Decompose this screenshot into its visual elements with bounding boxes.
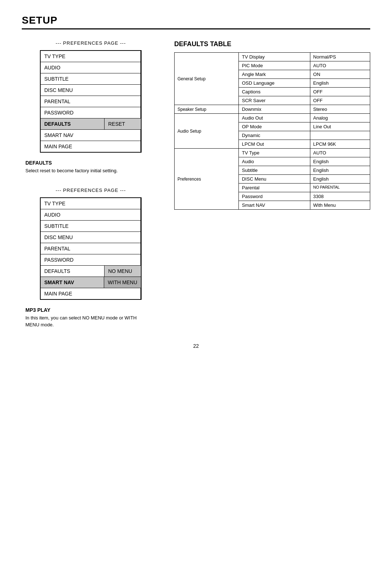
menu-item-audio-1[interactable]: AUDIO (41, 62, 141, 73)
value-cell: English (310, 157, 370, 166)
feature-cell: Captions (239, 88, 310, 96)
value-cell: Stereo (310, 105, 370, 114)
menu-item-mainpage-2[interactable]: MAIN PAGE (41, 288, 141, 299)
menu-row-password-2: PASSWORD (41, 254, 141, 266)
menu-item-password-2[interactable]: PASSWORD (41, 254, 141, 265)
menu-item-defaults-2[interactable]: DEFAULTS (41, 266, 105, 277)
value-cell: With Menu (310, 201, 370, 210)
menu-row-parental-2: PARENTAL (41, 243, 141, 254)
menu-row-tvtype-1: TV TYPE (41, 51, 141, 62)
menu-item-tvtype-2[interactable]: TV TYPE (41, 198, 141, 209)
menu-row-discmenu-2: DISC MENU (41, 232, 141, 243)
menu-row-smartnav-1: SMART NAV (41, 130, 141, 141)
menu-item-discmenu-2[interactable]: DISC MENU (41, 232, 141, 243)
defaults-table-title: DEFAULTS TABLE (174, 40, 370, 48)
feature-cell: LPCM Out (239, 140, 310, 149)
menu-row-defaults-1: DEFAULTS RESET (41, 118, 141, 130)
value-cell: ON (310, 70, 370, 79)
value-cell: OFF (310, 96, 370, 105)
menu-row-subtitle-1: SUBTITLE (41, 73, 141, 85)
menu-item-audio-2[interactable]: AUDIO (41, 209, 141, 220)
section1-desc-title: DEFAULTS (25, 160, 138, 166)
menu-row-mainpage-2: MAIN PAGE (41, 288, 141, 299)
feature-cell: Smart NAV (239, 201, 310, 210)
value-cell: Line Out (310, 122, 370, 131)
menu-row-mainpage-1: MAIN PAGE (41, 141, 141, 152)
menu-row-subtitle-2: SUBTITLE (41, 221, 141, 232)
section1-desc-text: Select reset to become factory initial s… (25, 167, 138, 174)
menu-item-mainpage-1[interactable]: MAIN PAGE (41, 141, 141, 152)
right-column: DEFAULTS TABLE General Setup TV Display … (174, 40, 370, 210)
menu-row-password-1: PASSWORD (41, 107, 141, 118)
value-cell: OFF (310, 88, 370, 96)
menu-item-subtitle-1[interactable]: SUBTITLE (41, 73, 141, 84)
menu-item-discmenu-1[interactable]: DISC MENU (41, 85, 141, 96)
section2-desc-title: MP3 PLAY (25, 307, 138, 313)
section1: --- PREFERENCES PAGE --- TV TYPE AUDIO S… (22, 40, 160, 174)
menu-side-nomenu-2[interactable]: NO MENU (105, 266, 141, 277)
menu-item-smartnav-1[interactable]: SMART NAV (41, 130, 141, 141)
value-cell: Normal/PS (310, 53, 370, 61)
value-cell: English (310, 79, 370, 88)
menu-row-parental-1: PARENTAL (41, 96, 141, 107)
value-cell: NO PARENTAL (310, 184, 370, 192)
value-cell: AUTO (310, 149, 370, 157)
section2: --- PREFERENCES PAGE --- TV TYPE AUDIO S… (22, 188, 160, 329)
menu-side-reset-1[interactable]: RESET (105, 118, 141, 129)
menu-item-parental-1[interactable]: PARENTAL (41, 96, 141, 107)
feature-cell: Dynamic (239, 131, 310, 140)
value-cell: English (310, 175, 370, 184)
feature-cell: OP Mode (239, 122, 310, 131)
feature-cell: Audio (239, 157, 310, 166)
page-title: SETUP (22, 15, 370, 29)
feature-cell: DISC Menu (239, 175, 310, 184)
section2-desc-text: In this item, you can select NO MENU mod… (25, 314, 138, 329)
menu-row-discmenu-1: DISC MENU (41, 85, 141, 96)
section2-label: --- PREFERENCES PAGE --- (22, 188, 160, 193)
menu-row-tvtype-2: TV TYPE (41, 198, 141, 209)
feature-cell: TV Type (239, 149, 310, 157)
menu-item-password-1[interactable]: PASSWORD (41, 107, 141, 118)
menu-item-smartnav-2[interactable]: SMART NAV (41, 277, 104, 288)
feature-cell: TV Display (239, 53, 310, 61)
menu-row-smartnav-2: SMART NAV WITH MENU (41, 277, 141, 288)
group-cell-audio: Audio Setup (175, 114, 239, 149)
value-cell: AUTO (310, 61, 370, 70)
menu-side-withmenu-2[interactable]: WITH MENU (104, 277, 141, 288)
section1-description: DEFAULTS Select reset to become factory … (22, 160, 138, 174)
feature-cell: Subtitle (239, 166, 310, 175)
table-row: General Setup TV Display Normal/PS (175, 53, 370, 61)
pref-menu-1: TV TYPE AUDIO SUBTITLE DISC MENU PARENTA… (40, 50, 142, 153)
section1-label: --- PREFERENCES PAGE --- (22, 40, 160, 46)
group-cell-general: General Setup (175, 53, 239, 105)
left-column: --- PREFERENCES PAGE --- TV TYPE AUDIO S… (22, 40, 160, 329)
table-row: Preferences TV Type AUTO (175, 149, 370, 157)
menu-row-audio-1: AUDIO (41, 62, 141, 73)
value-cell (310, 131, 370, 140)
group-cell-speaker: Speaker Setup (175, 105, 239, 114)
table-row: Audio Setup Audio Out Analog (175, 114, 370, 122)
value-cell: LPCM 96K (310, 140, 370, 149)
group-cell-preferences: Preferences (175, 149, 239, 210)
feature-cell: Audio Out (239, 114, 310, 122)
menu-item-subtitle-2[interactable]: SUBTITLE (41, 221, 141, 231)
page-number: 22 (22, 343, 370, 349)
menu-item-tvtype-1[interactable]: TV TYPE (41, 51, 141, 62)
value-cell: 3308 (310, 192, 370, 201)
feature-cell: Angle Mark (239, 70, 310, 79)
menu-item-defaults-1[interactable]: DEFAULTS (41, 118, 105, 129)
feature-cell: PIC Mode (239, 61, 310, 70)
feature-cell: Downmix (239, 105, 310, 114)
menu-row-defaults-2: DEFAULTS NO MENU (41, 266, 141, 277)
feature-cell: SCR Saver (239, 96, 310, 105)
feature-cell: Parental (239, 184, 310, 192)
section2-description: MP3 PLAY In this item, you can select NO… (22, 307, 138, 329)
table-row: Speaker Setup Downmix Stereo (175, 105, 370, 114)
menu-row-audio-2: AUDIO (41, 209, 141, 221)
value-cell: English (310, 166, 370, 175)
value-cell: Analog (310, 114, 370, 122)
feature-cell: OSD Language (239, 79, 310, 88)
menu-item-parental-2[interactable]: PARENTAL (41, 243, 141, 254)
defaults-table: General Setup TV Display Normal/PS PIC M… (174, 52, 370, 210)
feature-cell: Password (239, 192, 310, 201)
